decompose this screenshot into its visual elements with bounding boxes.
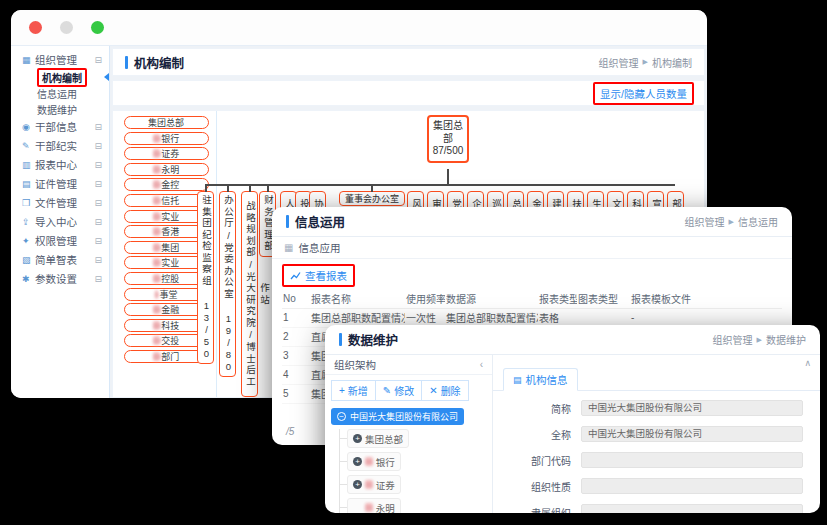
- expand-node-icon[interactable]: +: [353, 434, 362, 443]
- collapse-left-icon[interactable]: ‹: [480, 359, 483, 370]
- sidebar-item[interactable]: ▥ 报表中心 ⊟: [11, 155, 109, 174]
- org-node[interactable]: 驻集团纪检监察组 13/50: [197, 191, 214, 364]
- collapse-toggle-icon[interactable]: ⊟: [94, 141, 102, 151]
- form-field[interactable]: 中国光大集团股份有限公司: [581, 400, 803, 416]
- tree-root-node[interactable]: − 中国光大集团股份有限公司: [331, 408, 464, 425]
- form-row: 全称 中国光大集团股份有限公司: [507, 426, 820, 442]
- button-icon: +: [339, 385, 345, 396]
- sidebar-item-icon: ◉: [22, 122, 35, 132]
- pagination[interactable]: /5: [286, 426, 294, 437]
- sidebar-item[interactable]: ▧ 简单智表 ⊟: [11, 250, 109, 269]
- sidebar-item[interactable]: ⇪ 导入中心 ⊟: [11, 212, 109, 231]
- org-tag[interactable]: ■■ 信托: [124, 194, 209, 207]
- tree-node[interactable]: + ■■ 银行: [340, 452, 492, 471]
- collapse-up-icon[interactable]: ∧: [804, 358, 811, 368]
- breadcrumb-parent[interactable]: 组织管理: [599, 55, 639, 70]
- breadcrumb-arrow-icon: ▶: [643, 58, 648, 66]
- expand-node-icon[interactable]: +: [353, 480, 362, 489]
- maximize-button[interactable]: [91, 21, 104, 34]
- toggle-personnel-count-link[interactable]: 显示/隐藏人员数量: [593, 82, 694, 105]
- line-chart-icon: [290, 270, 301, 281]
- form-field[interactable]: [581, 452, 803, 468]
- collapse-toggle-icon[interactable]: ⊟: [94, 198, 102, 208]
- collapse-node-icon[interactable]: −: [337, 412, 346, 421]
- org-tag[interactable]: ■■ 实业: [124, 210, 209, 223]
- form-row: 部门代码: [507, 452, 820, 468]
- tree-node-label: 永明: [376, 501, 395, 514]
- org-node[interactable]: 办公厅/党委办公室 19/80: [219, 191, 236, 377]
- form-field[interactable]: [581, 504, 803, 513]
- collapse-toggle-icon[interactable]: ⊟: [94, 179, 102, 189]
- collapse-toggle-icon[interactable]: ⊟: [94, 236, 102, 246]
- expand-node-icon[interactable]: +: [353, 457, 362, 466]
- org-tag[interactable]: ■■ 金融: [124, 303, 209, 316]
- redacted-text: ■■: [153, 305, 161, 314]
- sidebar-item[interactable]: ◉ 干部信息 ⊟: [11, 117, 109, 136]
- org-tag[interactable]: ■■ 部门: [124, 350, 209, 363]
- sidebar-item-label: 权限管理: [35, 233, 94, 248]
- sidebar-item[interactable]: 信息运用: [11, 85, 109, 101]
- org-root-node[interactable]: 集团总部 87/500: [427, 115, 469, 163]
- breadcrumb-parent[interactable]: 组织管理: [685, 214, 725, 229]
- org-tag-label: 集团总部: [148, 116, 184, 129]
- org-tag[interactable]: ■■ 控股: [124, 272, 209, 285]
- breadcrumb-current: 数据维护: [766, 332, 806, 347]
- info-page-header: 信息运用 组织管理 ▶ 信息运用: [272, 207, 792, 237]
- tree-action-button[interactable]: ✎ 修改: [375, 380, 422, 401]
- redacted-text: ■■: [365, 480, 373, 489]
- form-field[interactable]: 中国光大集团股份有限公司: [581, 426, 803, 442]
- breadcrumb-parent[interactable]: 组织管理: [713, 332, 753, 347]
- collapse-toggle-icon[interactable]: ⊟: [94, 255, 102, 265]
- sidebar-item[interactable]: 机构编制: [11, 69, 109, 85]
- sidebar-item-label: 导入中心: [35, 214, 94, 229]
- sidebar-item-label: 文件管理: [35, 195, 94, 210]
- org-tag[interactable]: ■■ 集团: [124, 241, 209, 254]
- collapse-toggle-icon[interactable]: ⊟: [94, 160, 102, 170]
- tree-node[interactable]: + 集团总部: [340, 429, 492, 448]
- org-tag[interactable]: ■■ 交投: [124, 334, 209, 347]
- org-tag[interactable]: ■■ 香港: [124, 225, 209, 238]
- sidebar-item[interactable]: ▦ 组织管理 ⊟: [11, 50, 109, 69]
- selected-marker-icon: [104, 73, 109, 81]
- tab-org-info[interactable]: ▤ 机构信息: [503, 368, 578, 391]
- org-tag-label: 证券: [161, 147, 179, 160]
- collapse-toggle-icon[interactable]: ⊟: [94, 122, 102, 132]
- form-label: 部门代码: [507, 453, 571, 468]
- sidebar-item[interactable]: 数据维护: [11, 101, 109, 117]
- org-tag[interactable]: ■■ 金控: [124, 178, 209, 191]
- redacted-text: ■■: [153, 321, 161, 330]
- titlebar: [11, 10, 707, 46]
- collapse-toggle-icon[interactable]: ⊟: [94, 55, 102, 65]
- org-node[interactable]: 战略规划部/光大研究院/博士后工作站: [241, 191, 258, 397]
- tree-action-button[interactable]: ✕ 删除: [421, 380, 468, 401]
- close-button[interactable]: [29, 21, 42, 34]
- org-tag-label: 部门: [161, 350, 179, 363]
- org-tag[interactable]: ■■ 证券: [124, 147, 209, 160]
- sidebar-item[interactable]: ✱ 参数设置 ⊟: [11, 269, 109, 288]
- org-tag[interactable]: ■■ 银行: [124, 132, 209, 145]
- form-field[interactable]: [581, 478, 803, 494]
- org-tag-label: 科技: [161, 319, 179, 332]
- sidebar-item[interactable]: ❒ 文件管理 ⊟: [11, 193, 109, 212]
- org-tag-label: 永明: [161, 163, 179, 176]
- tab-label: 机构信息: [526, 372, 568, 387]
- view-report-button[interactable]: 查看报表: [282, 264, 355, 287]
- minimize-button[interactable]: [60, 21, 73, 34]
- sidebar-item-icon: ❒: [22, 198, 35, 208]
- sidebar-item[interactable]: ▤ 证件管理 ⊟: [11, 174, 109, 193]
- breadcrumb: 组织管理 ▶ 信息运用: [685, 214, 778, 229]
- sidebar: ▦ 组织管理 ⊟ 机构编制 信息运用: [11, 46, 110, 398]
- collapse-toggle-icon[interactable]: ⊟: [94, 217, 102, 227]
- org-node[interactable]: 董事会办公室: [339, 191, 405, 206]
- collapse-toggle-icon[interactable]: ⊟: [94, 274, 102, 284]
- org-tag[interactable]: ■■ 永明: [124, 163, 209, 176]
- tree-action-button[interactable]: + 新增: [331, 380, 376, 401]
- sidebar-item[interactable]: ✎ 干部纪实 ⊟: [11, 136, 109, 155]
- org-tag[interactable]: ■■ 实业: [124, 256, 209, 269]
- org-tag[interactable]: 集团总部: [124, 116, 209, 129]
- org-tag[interactable]: ■ 事堂: [124, 288, 209, 301]
- org-tag[interactable]: ■■ 科技: [124, 319, 209, 332]
- sidebar-item[interactable]: ✦ 权限管理 ⊟: [11, 231, 109, 250]
- tree-node[interactable]: + ■■ 永明: [340, 498, 492, 513]
- tree-node[interactable]: + ■■ 证券: [340, 475, 492, 494]
